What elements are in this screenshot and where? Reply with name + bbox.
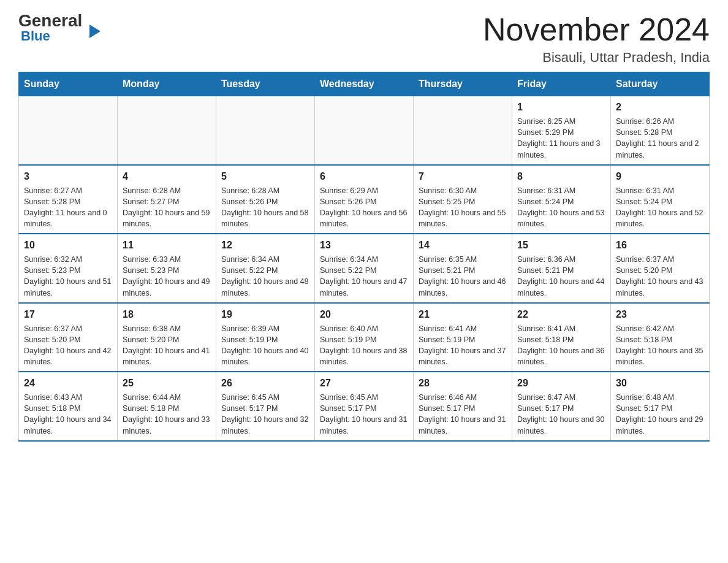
day-info: Sunrise: 6:39 AMSunset: 5:19 PMDaylight:… [221, 323, 309, 368]
day-number: 27 [320, 376, 408, 391]
calendar-cell: 28Sunrise: 6:46 AMSunset: 5:17 PMDayligh… [414, 372, 512, 441]
calendar-cell: 13Sunrise: 6:34 AMSunset: 5:22 PMDayligh… [315, 234, 414, 303]
day-info: Sunrise: 6:48 AMSunset: 5:17 PMDaylight:… [616, 392, 704, 437]
calendar-cell: 4Sunrise: 6:28 AMSunset: 5:27 PMDaylight… [118, 165, 216, 234]
weekday-header-thursday: Thursday [414, 72, 512, 96]
page-title: November 2024 [483, 12, 710, 47]
weekday-header-row: SundayMondayTuesdayWednesdayThursdayFrid… [19, 72, 710, 96]
day-info: Sunrise: 6:36 AMSunset: 5:21 PMDaylight:… [517, 254, 605, 299]
location-subtitle: Bisauli, Uttar Pradesh, India [483, 50, 710, 66]
calendar-table: SundayMondayTuesdayWednesdayThursdayFrid… [18, 72, 710, 442]
day-info: Sunrise: 6:37 AMSunset: 5:20 PMDaylight:… [24, 323, 112, 368]
day-info: Sunrise: 6:30 AMSunset: 5:25 PMDaylight:… [419, 185, 507, 230]
day-number: 16 [616, 238, 704, 253]
logo-general: General [18, 12, 88, 29]
day-number: 30 [616, 376, 704, 391]
calendar-cell: 8Sunrise: 6:31 AMSunset: 5:24 PMDaylight… [512, 165, 611, 234]
weekday-header-sunday: Sunday [19, 72, 118, 96]
day-number: 9 [616, 169, 704, 184]
day-number: 19 [221, 307, 309, 322]
day-info: Sunrise: 6:45 AMSunset: 5:17 PMDaylight:… [320, 392, 408, 437]
day-number: 17 [24, 307, 112, 322]
page-header: General Blue November 2024 Bisauli, Utta… [18, 12, 710, 66]
calendar-cell [216, 96, 315, 165]
day-info: Sunrise: 6:31 AMSunset: 5:24 PMDaylight:… [616, 185, 704, 230]
weekday-header-wednesday: Wednesday [315, 72, 414, 96]
logo-blue: Blue [18, 28, 50, 44]
day-info: Sunrise: 6:26 AMSunset: 5:28 PMDaylight:… [616, 116, 704, 161]
day-info: Sunrise: 6:38 AMSunset: 5:20 PMDaylight:… [123, 323, 211, 368]
day-info: Sunrise: 6:41 AMSunset: 5:18 PMDaylight:… [517, 323, 605, 368]
calendar-cell: 17Sunrise: 6:37 AMSunset: 5:20 PMDayligh… [19, 303, 118, 372]
day-number: 25 [123, 376, 211, 391]
day-info: Sunrise: 6:31 AMSunset: 5:24 PMDaylight:… [517, 185, 605, 230]
day-number: 11 [123, 238, 211, 253]
calendar-cell [315, 96, 414, 165]
calendar-cell: 27Sunrise: 6:45 AMSunset: 5:17 PMDayligh… [315, 372, 414, 441]
day-info: Sunrise: 6:34 AMSunset: 5:22 PMDaylight:… [320, 254, 408, 299]
day-number: 5 [221, 169, 309, 184]
calendar-cell: 22Sunrise: 6:41 AMSunset: 5:18 PMDayligh… [512, 303, 611, 372]
calendar-cell: 14Sunrise: 6:35 AMSunset: 5:21 PMDayligh… [414, 234, 512, 303]
day-info: Sunrise: 6:45 AMSunset: 5:17 PMDaylight:… [221, 392, 309, 437]
calendar-cell: 9Sunrise: 6:31 AMSunset: 5:24 PMDaylight… [611, 165, 710, 234]
title-block: November 2024 Bisauli, Uttar Pradesh, In… [483, 12, 710, 66]
calendar-cell: 2Sunrise: 6:26 AMSunset: 5:28 PMDaylight… [611, 96, 710, 165]
calendar-week-5: 24Sunrise: 6:43 AMSunset: 5:18 PMDayligh… [19, 372, 710, 441]
day-info: Sunrise: 6:25 AMSunset: 5:29 PMDaylight:… [517, 116, 605, 161]
day-number: 1 [517, 100, 605, 115]
calendar-cell: 25Sunrise: 6:44 AMSunset: 5:18 PMDayligh… [118, 372, 216, 441]
calendar-cell: 15Sunrise: 6:36 AMSunset: 5:21 PMDayligh… [512, 234, 611, 303]
calendar-header: SundayMondayTuesdayWednesdayThursdayFrid… [19, 72, 710, 96]
day-info: Sunrise: 6:35 AMSunset: 5:21 PMDaylight:… [419, 254, 507, 299]
calendar-cell [414, 96, 512, 165]
day-number: 12 [221, 238, 309, 253]
day-info: Sunrise: 6:41 AMSunset: 5:19 PMDaylight:… [419, 323, 507, 368]
day-number: 22 [517, 307, 605, 322]
day-info: Sunrise: 6:32 AMSunset: 5:23 PMDaylight:… [24, 254, 112, 299]
day-info: Sunrise: 6:46 AMSunset: 5:17 PMDaylight:… [419, 392, 507, 437]
calendar-cell: 23Sunrise: 6:42 AMSunset: 5:18 PMDayligh… [611, 303, 710, 372]
day-info: Sunrise: 6:29 AMSunset: 5:26 PMDaylight:… [320, 185, 408, 230]
day-number: 10 [24, 238, 112, 253]
day-number: 6 [320, 169, 408, 184]
day-info: Sunrise: 6:37 AMSunset: 5:20 PMDaylight:… [616, 254, 704, 299]
calendar-cell: 12Sunrise: 6:34 AMSunset: 5:22 PMDayligh… [216, 234, 315, 303]
calendar-cell: 30Sunrise: 6:48 AMSunset: 5:17 PMDayligh… [611, 372, 710, 441]
calendar-cell: 19Sunrise: 6:39 AMSunset: 5:19 PMDayligh… [216, 303, 315, 372]
day-number: 13 [320, 238, 408, 253]
logo: General Blue [18, 12, 88, 44]
day-info: Sunrise: 6:44 AMSunset: 5:18 PMDaylight:… [123, 392, 211, 437]
day-number: 26 [221, 376, 309, 391]
calendar-cell: 16Sunrise: 6:37 AMSunset: 5:20 PMDayligh… [611, 234, 710, 303]
day-number: 14 [419, 238, 507, 253]
calendar-week-3: 10Sunrise: 6:32 AMSunset: 5:23 PMDayligh… [19, 234, 710, 303]
calendar-cell: 10Sunrise: 6:32 AMSunset: 5:23 PMDayligh… [19, 234, 118, 303]
calendar-week-4: 17Sunrise: 6:37 AMSunset: 5:20 PMDayligh… [19, 303, 710, 372]
day-number: 4 [123, 169, 211, 184]
day-info: Sunrise: 6:33 AMSunset: 5:23 PMDaylight:… [123, 254, 211, 299]
calendar-cell: 1Sunrise: 6:25 AMSunset: 5:29 PMDaylight… [512, 96, 611, 165]
weekday-header-tuesday: Tuesday [216, 72, 315, 96]
calendar-cell: 11Sunrise: 6:33 AMSunset: 5:23 PMDayligh… [118, 234, 216, 303]
day-number: 3 [24, 169, 112, 184]
weekday-header-monday: Monday [118, 72, 216, 96]
day-info: Sunrise: 6:42 AMSunset: 5:18 PMDaylight:… [616, 323, 704, 368]
calendar-cell: 5Sunrise: 6:28 AMSunset: 5:26 PMDaylight… [216, 165, 315, 234]
day-info: Sunrise: 6:43 AMSunset: 5:18 PMDaylight:… [24, 392, 112, 437]
day-number: 20 [320, 307, 408, 322]
calendar-cell [19, 96, 118, 165]
day-info: Sunrise: 6:34 AMSunset: 5:22 PMDaylight:… [221, 254, 309, 299]
day-number: 23 [616, 307, 704, 322]
day-info: Sunrise: 6:47 AMSunset: 5:17 PMDaylight:… [517, 392, 605, 437]
calendar-cell: 24Sunrise: 6:43 AMSunset: 5:18 PMDayligh… [19, 372, 118, 441]
day-info: Sunrise: 6:28 AMSunset: 5:27 PMDaylight:… [123, 185, 211, 230]
svg-marker-0 [89, 25, 100, 38]
calendar-cell: 20Sunrise: 6:40 AMSunset: 5:19 PMDayligh… [315, 303, 414, 372]
calendar-week-2: 3Sunrise: 6:27 AMSunset: 5:28 PMDaylight… [19, 165, 710, 234]
day-number: 29 [517, 376, 605, 391]
calendar-week-1: 1Sunrise: 6:25 AMSunset: 5:29 PMDaylight… [19, 96, 710, 165]
day-info: Sunrise: 6:28 AMSunset: 5:26 PMDaylight:… [221, 185, 309, 230]
day-info: Sunrise: 6:27 AMSunset: 5:28 PMDaylight:… [24, 185, 112, 230]
day-number: 24 [24, 376, 112, 391]
